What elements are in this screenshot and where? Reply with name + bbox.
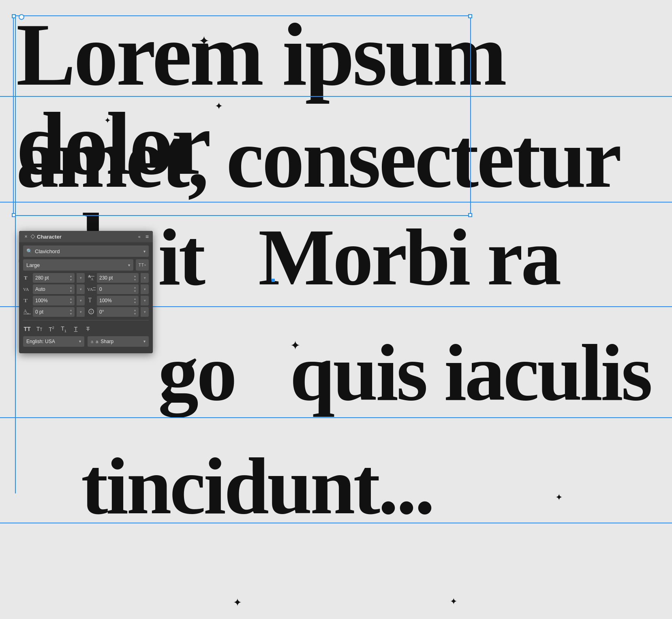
text-cursor-dot xyxy=(272,279,275,282)
leading-value: 230 pt xyxy=(99,275,133,281)
leading-down[interactable]: ▼ xyxy=(133,278,137,282)
h-scale-dropdown[interactable]: ▾ xyxy=(77,296,85,305)
rotation-cell: T 0° ▲ ▼ ▾ xyxy=(87,307,149,317)
tracking-up[interactable]: ▲ xyxy=(133,286,137,289)
h-scale-cell: T 100% ▲ ▼ ▾ xyxy=(23,296,85,305)
small-caps-button[interactable]: TT xyxy=(35,326,43,332)
baseline-dropdown[interactable]: ▾ xyxy=(77,307,85,317)
style-row: Large ▾ TT ≈ xyxy=(23,259,149,271)
panel-menu-button[interactable]: ≡ xyxy=(146,233,149,240)
font-size-dropdown[interactable]: ▾ xyxy=(77,273,85,283)
metric-row-size-leading: T 280 pt ▲ ▼ ▾ A A xyxy=(23,273,149,283)
rotation-down[interactable]: ▼ xyxy=(133,312,137,316)
v-scale-up[interactable]: ▲ xyxy=(133,297,137,301)
language-row: English: USA ▾ a a Sharp ▾ xyxy=(23,336,149,347)
vertical-guide-left xyxy=(15,15,16,493)
kerning-spinner[interactable]: ▲ ▼ xyxy=(69,286,73,293)
guide-line-2 xyxy=(0,202,672,203)
subscript-button[interactable]: T1 xyxy=(60,325,68,333)
panel-collapse-button[interactable]: « xyxy=(138,234,141,239)
tracking-down[interactable]: ▼ xyxy=(133,290,137,293)
font-name-display: Clavichord xyxy=(35,248,143,254)
leading-input[interactable]: 230 pt ▲ ▼ xyxy=(97,273,139,283)
kerning-input[interactable]: Auto ▲ ▼ xyxy=(33,284,75,294)
style-dropdown-arrow: ▾ xyxy=(128,263,130,267)
v-scale-cell: T 100% ▲ ▼ ▾ xyxy=(87,296,149,305)
v-scale-down[interactable]: ▼ xyxy=(133,301,137,304)
kerning-up[interactable]: ▲ xyxy=(69,286,73,289)
superscript-button[interactable]: T2 xyxy=(47,326,56,333)
metric-row-scale: T 100% ▲ ▼ ▾ T xyxy=(23,296,149,305)
antialiasing-select[interactable]: a a Sharp ▾ xyxy=(88,336,149,347)
kerning-down[interactable]: ▼ xyxy=(69,290,73,293)
panel-divider xyxy=(23,320,149,320)
rotation-value: 0° xyxy=(99,309,133,315)
rotation-up[interactable]: ▲ xyxy=(133,309,137,312)
leading-cell: A A 230 pt ▲ ▼ ▾ xyxy=(87,273,149,283)
font-style-select[interactable]: Large ▾ xyxy=(23,259,133,271)
svg-text:A: A xyxy=(91,277,94,281)
baseline-down[interactable]: ▼ xyxy=(69,312,73,316)
strikethrough-button[interactable]: T xyxy=(84,326,92,332)
tracking-dropdown[interactable]: ▾ xyxy=(141,284,149,294)
font-search-row[interactable]: 🔍 Clavichord ▾ xyxy=(23,245,149,257)
text-line-5[interactable]: tincidunt... xyxy=(81,446,672,527)
all-caps-button[interactable]: TT xyxy=(23,326,31,332)
panel-titlebar: × Character « ≡ xyxy=(19,231,153,242)
leading-dropdown[interactable]: ▾ xyxy=(141,273,149,283)
svg-text:T: T xyxy=(24,275,28,281)
baseline-input[interactable]: 0 pt ▲ ▼ xyxy=(33,307,75,317)
tracking-cell: VA 0 ▲ ▼ ▾ xyxy=(87,284,149,294)
sparkle-4: ✦ xyxy=(290,338,300,352)
sparkle-1: ✦ xyxy=(199,33,210,49)
language-dropdown-arrow: ▾ xyxy=(79,339,81,344)
sparkle-5: ✦ xyxy=(555,492,563,503)
language-select[interactable]: English: USA ▾ xyxy=(23,336,84,347)
svg-text:T: T xyxy=(24,297,28,303)
h-scale-up[interactable]: ▲ xyxy=(69,297,73,301)
rotation-input[interactable]: 0° ▲ ▼ xyxy=(97,307,139,317)
h-scale-down[interactable]: ▼ xyxy=(69,301,73,304)
baseline-spinner[interactable]: ▲ ▼ xyxy=(69,309,73,316)
underline-button[interactable]: T xyxy=(72,326,80,332)
rotation-dropdown[interactable]: ▾ xyxy=(141,307,149,317)
rotation-spinner[interactable]: ▲ ▼ xyxy=(133,309,137,316)
font-size-spinner[interactable]: ▲ ▼ xyxy=(69,275,73,282)
guide-line-1 xyxy=(0,96,672,97)
panel-body: 🔍 Clavichord ▾ Large ▾ TT ≈ T xyxy=(19,242,153,348)
h-scale-value: 100% xyxy=(35,298,69,303)
tracking-value: 0 xyxy=(99,286,133,292)
svg-text:VA: VA xyxy=(23,287,29,292)
text-line-3[interactable]: it Morbi ra xyxy=(158,217,672,298)
leading-up[interactable]: ▲ xyxy=(133,275,137,278)
guide-line-4 xyxy=(0,417,672,418)
kerning-dropdown[interactable]: ▾ xyxy=(77,284,85,294)
antialiasing-value: Sharp xyxy=(101,339,141,344)
sparkle-7: ✦ xyxy=(450,596,457,607)
font-size-input[interactable]: 280 pt ▲ ▼ xyxy=(33,273,75,283)
baseline-shift-icon: A a xyxy=(23,308,31,316)
metrics-section: T 280 pt ▲ ▼ ▾ A A xyxy=(23,273,149,317)
guide-line-5 xyxy=(0,523,672,523)
svg-text:a: a xyxy=(27,312,29,315)
font-size-down[interactable]: ▼ xyxy=(69,278,73,282)
panel-titlebar-left: × Character xyxy=(23,234,62,240)
aa-dropdown-arrow: ▾ xyxy=(143,339,146,344)
sparkle-2: ✦ xyxy=(215,100,223,112)
v-scale-input[interactable]: 100% ▲ ▼ xyxy=(97,296,139,305)
panel-close-button[interactable]: × xyxy=(23,234,29,239)
fvar-button[interactable]: TT ≈ xyxy=(136,259,149,271)
v-scale-dropdown[interactable]: ▾ xyxy=(141,296,149,305)
h-scale-input[interactable]: 100% ▲ ▼ xyxy=(33,296,75,305)
font-size-up[interactable]: ▲ xyxy=(69,275,73,278)
tracking-input[interactable]: 0 ▲ ▼ xyxy=(97,284,139,294)
kerning-icon: VA xyxy=(23,285,31,294)
text-line-4[interactable]: go quis iaculis xyxy=(158,332,672,413)
tracking-spinner[interactable]: ▲ ▼ xyxy=(133,286,137,293)
kerning-value: Auto xyxy=(35,286,69,292)
leading-spinner[interactable]: ▲ ▼ xyxy=(133,275,137,282)
baseline-up[interactable]: ▲ xyxy=(69,309,73,312)
sparkle-6: ✦ xyxy=(233,596,242,609)
v-scale-spinner[interactable]: ▲ ▼ xyxy=(133,297,137,304)
h-scale-spinner[interactable]: ▲ ▼ xyxy=(69,297,73,304)
